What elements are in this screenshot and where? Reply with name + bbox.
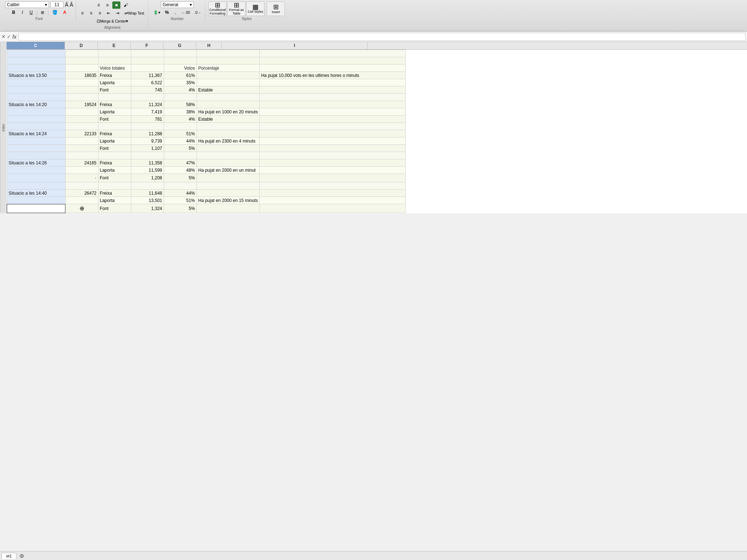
cell-g8-freixa-pct[interactable]: 58% [164, 101, 197, 108]
cell-f14-font-votes[interactable]: 1,107 [131, 145, 164, 152]
cell-f11[interactable] [131, 123, 164, 130]
cell-e22-font-name[interactable]: Font [98, 204, 131, 213]
cell-e5-laporta-name[interactable]: Laporta [98, 79, 131, 86]
fx-icon[interactable]: fx [12, 34, 16, 40]
indent-decrease-button[interactable]: ⇤ [105, 9, 112, 17]
cell-styles-button[interactable]: ▦ Cell Styles [246, 1, 264, 16]
cell-f21-laporta-votes[interactable]: 13,501 [131, 197, 164, 204]
col-header-i[interactable]: I [222, 42, 368, 49]
cell-c16-situacio-1426[interactable]: Situacio a les 14:26 [7, 159, 65, 167]
format-as-table-button[interactable]: ⊞ Format as Table [227, 1, 245, 16]
cell-f19[interactable] [131, 182, 164, 190]
grid-container[interactable]: Votos totales Votos Porcentaje Situacio … [7, 50, 747, 213]
cell-h4-freixa-note-pct[interactable] [197, 72, 259, 79]
cell-g11[interactable] [164, 123, 197, 130]
cell-i17[interactable] [259, 167, 405, 174]
cell-i3[interactable] [259, 65, 405, 72]
underline-button[interactable]: U [27, 9, 35, 16]
cell-e2[interactable] [98, 57, 131, 65]
cell-d3[interactable] [65, 65, 98, 72]
dec-decrease-button[interactable]: .0→ [193, 9, 203, 16]
cell-i7[interactable] [259, 94, 405, 101]
col-header-d[interactable]: D [65, 42, 98, 49]
wrap-text-button[interactable]: ⇌ Wrap Text [123, 9, 146, 17]
cell-d15[interactable] [65, 152, 98, 159]
cell-g14-font-pct[interactable]: 5% [164, 145, 197, 152]
number-format-box[interactable]: General ▾ [161, 1, 194, 8]
cell-h2[interactable] [197, 57, 259, 65]
cell-e14-font-name[interactable]: Font [98, 145, 131, 152]
cell-g19[interactable] [164, 182, 197, 190]
cell-d13[interactable] [65, 137, 98, 145]
col-header-h[interactable]: H [196, 42, 222, 49]
fill-color-button[interactable]: 🪣 [50, 9, 59, 16]
cell-c18[interactable] [7, 174, 65, 182]
cell-e20-freixa-name[interactable]: Freixa [98, 190, 131, 197]
cell-i15[interactable] [259, 152, 405, 159]
cell-g21-laporta-pct[interactable]: 51% [164, 197, 197, 204]
col-header-f[interactable]: F [131, 42, 163, 49]
cell-c1[interactable] [7, 50, 65, 57]
align-top-center-button[interactable]: ≡ [104, 1, 111, 9]
align-right-button[interactable]: ≡ [96, 9, 104, 17]
cell-c15[interactable] [7, 152, 65, 159]
cell-c4-situacio-1350[interactable]: Situacio a les 13:50 [7, 72, 65, 79]
cell-c13[interactable] [7, 137, 65, 145]
cell-c21[interactable] [7, 197, 65, 204]
cell-d16-total-1426[interactable]: 24165 [65, 159, 98, 167]
cell-h9-laporta-note[interactable]: Ha pujat en 1000 en 20 minuts [197, 108, 259, 116]
cell-f15[interactable] [131, 152, 164, 159]
cell-h13-laporta-note[interactable]: Ha pujat en 2300 en 4 minuts [197, 137, 259, 145]
cell-e4-freixa-name[interactable]: Freixa [98, 72, 131, 79]
cell-g9-laporta-pct[interactable]: 38% [164, 108, 197, 116]
cell-e3-votos-totales[interactable]: Votos totales [98, 65, 131, 72]
cell-d22[interactable]: ⊕ [65, 204, 98, 213]
col-header-g[interactable]: G [163, 42, 196, 49]
cell-f8-freixa-votes[interactable]: 11,324 [131, 101, 164, 108]
cell-f22-font-votes[interactable]: 1,324 [131, 204, 164, 213]
cell-i1[interactable] [259, 50, 405, 57]
font-size-box[interactable]: 11 [50, 1, 63, 8]
col-header-c[interactable]: C [7, 42, 65, 49]
cell-g1[interactable] [164, 50, 197, 57]
cell-i19[interactable] [259, 182, 405, 190]
cell-f9-laporta-votes[interactable]: 7,419 [131, 108, 164, 116]
cell-i9[interactable] [259, 108, 405, 116]
indent-increase-button[interactable]: ⇥ [114, 9, 121, 17]
cell-e21-laporta-name[interactable]: Laporta [98, 197, 131, 204]
cell-e15[interactable] [98, 152, 131, 159]
cell-h8[interactable] [197, 101, 259, 108]
cell-e6-font-name[interactable]: Font [98, 86, 131, 94]
cell-g6-font-pct[interactable]: 4% [164, 86, 197, 94]
cell-i6[interactable] [259, 86, 405, 94]
cell-e11[interactable] [98, 123, 131, 130]
currency-button[interactable]: 💲▾ [151, 9, 162, 16]
cell-c10[interactable] [7, 116, 65, 123]
cell-c2[interactable] [7, 57, 65, 65]
cell-i14[interactable] [259, 145, 405, 152]
cell-e10-font-name[interactable]: Font [98, 116, 131, 123]
italic-button[interactable]: I [19, 9, 26, 16]
cell-f1[interactable] [131, 50, 164, 57]
cell-i20[interactable] [259, 190, 405, 197]
cell-f20-freixa-votes[interactable]: 11,648 [131, 190, 164, 197]
cell-f16-freixa-votes[interactable]: 11,358 [131, 159, 164, 167]
cell-d17[interactable] [65, 167, 98, 174]
font-size-down-icon[interactable]: Â [70, 2, 73, 8]
cell-h3-porcentaje[interactable]: Porcentaje [197, 65, 259, 72]
cell-g15[interactable] [164, 152, 197, 159]
bold-button[interactable]: B [10, 9, 17, 16]
cell-d7[interactable] [65, 94, 98, 101]
cell-e19[interactable] [98, 182, 131, 190]
cell-i8[interactable] [259, 101, 405, 108]
percent-button[interactable]: % [163, 9, 171, 16]
cell-c6[interactable] [7, 86, 65, 94]
cell-i10[interactable] [259, 116, 405, 123]
cell-h17-laporta-note[interactable]: Ha pujat en 2000 en un minut [197, 167, 259, 174]
cell-f18-font-votes[interactable]: 1,208 [131, 174, 164, 182]
col-header-e[interactable]: E [98, 42, 131, 49]
cell-g2[interactable] [164, 57, 197, 65]
cell-h16[interactable] [197, 159, 259, 167]
cell-i4-freixa-note[interactable]: Ha pujat 10,000 vots en les ultimes hore… [259, 72, 405, 79]
cell-c17[interactable] [7, 167, 65, 174]
